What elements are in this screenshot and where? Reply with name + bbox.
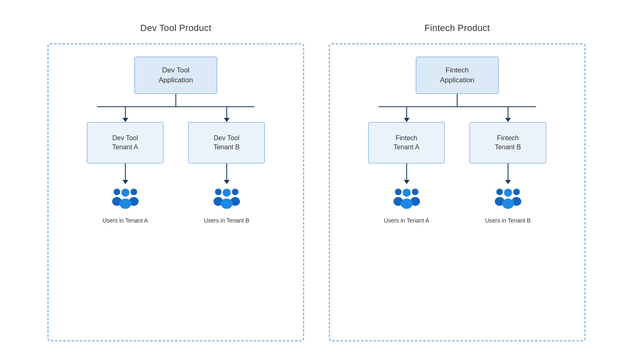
fintech-dashed-box: FintechApplication FintechTenant [329,43,585,341]
dev-tool-arrow-b2 [224,163,230,184]
svg-point-17 [400,199,412,209]
fintech-arrow-a [404,107,410,122]
svg-point-20 [513,189,520,195]
fintech-tenants-row: FintechTenant A [346,107,568,224]
dev-tool-tenant-b-label: Dev ToolTenant B [213,134,240,152]
fintech-title: Fintech Product [424,23,490,34]
fintech-app-box: FintechApplication [416,57,499,94]
fintech-h-branch [379,106,536,107]
svg-point-2 [130,189,137,195]
fintech-arrow-a2 [404,163,410,184]
dev-tool-tenant-a-col: Dev ToolTenant A [87,107,163,224]
fintech-tenant-a-box: FintechTenant A [368,122,445,163]
dev-tool-app-level: Dev ToolApplication [65,57,287,94]
svg-point-5 [119,199,131,209]
fintech-users-a-label: Users in Tenant A [384,217,429,224]
dev-tool-arrow-a2 [122,163,128,184]
fintech-arrow-b [505,107,511,122]
svg-point-14 [412,189,418,195]
dev-tool-app-label: Dev ToolApplication [158,65,193,85]
svg-point-0 [113,189,120,195]
dev-tool-tenant-b-col: Dev ToolTenant B [188,107,265,224]
dev-tool-dashed-box: Dev ToolApplication De [48,43,304,341]
svg-point-23 [502,199,513,209]
fintech-tenant-a-label: FintechTenant A [393,134,419,152]
dev-tool-arrow-b [224,107,230,122]
dev-tool-users-a-label: Users in Tenant A [103,217,148,224]
dev-tool-users-b-icon [210,184,243,214]
dev-tool-tenants-row: Dev ToolTenant A [65,107,287,224]
fintech-users-b-icon [492,184,525,214]
page-container: Dev Tool Product Dev ToolApplication [39,14,594,350]
fintech-users-b-label: Users in Tenant B [485,217,530,224]
dev-tool-app-box: Dev ToolApplication [134,57,217,94]
fintech-app-label: FintechApplication [440,65,474,85]
svg-point-22 [504,189,512,197]
fintech-tenant-b-label: FintechTenant B [495,134,521,152]
dev-tool-h-branch [97,106,254,107]
svg-point-4 [121,189,129,197]
dev-tool-section: Dev Tool Product Dev ToolApplication [48,23,304,341]
fintech-tenant-a-col: FintechTenant A [368,107,445,224]
svg-point-6 [215,189,221,195]
fintech-users-a-icon [390,184,423,214]
dev-tool-users-a-icon [109,184,142,214]
fintech-v-line-1 [457,94,458,106]
dev-tool-tenant-b-box: Dev ToolTenant B [188,122,265,163]
svg-point-16 [403,189,411,197]
fintech-section: Fintech Product FintechApplication [329,23,585,341]
svg-point-8 [232,189,238,195]
svg-point-12 [395,189,401,195]
dev-tool-tenant-a-box: Dev ToolTenant A [87,122,163,163]
dev-tool-tenant-a-label: Dev ToolTenant A [112,134,138,152]
svg-point-10 [223,189,231,197]
svg-point-11 [221,199,232,209]
fintech-tenant-b-col: FintechTenant B [470,107,546,224]
svg-point-18 [496,189,503,195]
fintech-app-level: FintechApplication [346,57,568,94]
fintech-arrow-b2 [505,163,511,184]
fintech-tenant-b-box: FintechTenant B [470,122,546,163]
dev-tool-arrow-a [122,107,128,122]
dev-tool-v-line-1 [175,94,176,106]
dev-tool-title: Dev Tool Product [140,23,211,34]
dev-tool-users-b-label: Users in Tenant B [204,217,249,224]
